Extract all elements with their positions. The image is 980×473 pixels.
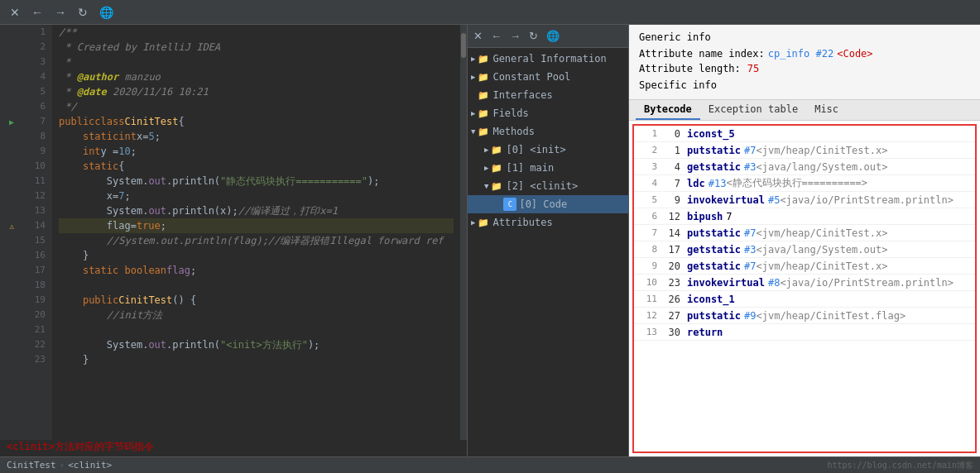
tree-item-general-info[interactable]: ▶ 📁 General Information (468, 50, 628, 68)
tree-globe-button[interactable]: 🌐 (544, 29, 562, 43)
bc-line-number: 3 (639, 161, 657, 172)
tree-label-clinit: [2] <clinit> (506, 180, 578, 192)
tree-item-methods[interactable]: ▼ 📁 Methods (468, 122, 628, 141)
forward-button[interactable]: → (51, 4, 70, 21)
breadcrumb-method: <clinit> (68, 460, 112, 471)
gutter-19 (0, 293, 23, 308)
refresh-button[interactable]: ↻ (74, 4, 91, 21)
scroll-indicator[interactable] (460, 25, 467, 440)
bc-instruction: putstatic (687, 310, 741, 322)
tree-item-main[interactable]: ▶ 📁 [1] main (468, 159, 628, 177)
bc-args[interactable]: #7 (744, 227, 756, 239)
folder-constant-icon: 📁 (477, 70, 490, 84)
bytecode-row: 1227putstatic#9 <jvm/heap/CinitTest.flag… (634, 308, 975, 324)
code-line-4: * @author manzuo (59, 69, 454, 84)
tab-bytecode[interactable]: Bytecode (636, 100, 700, 120)
bytecode-row: 1023invokevirtual#8 <java/io/PrintStream… (634, 275, 975, 291)
bc-offset: 20 (662, 260, 680, 272)
code-line-14: flag=true; (59, 218, 454, 233)
bc-offset: 4 (662, 161, 680, 173)
bc-args[interactable]: #9 (744, 310, 756, 322)
info-tabs: Bytecode Exception table Misc (629, 100, 980, 121)
chevron-general-icon: ▶ (471, 55, 475, 63)
bc-args[interactable]: #8 (768, 277, 780, 289)
bc-line-number: 7 (639, 227, 657, 238)
bytecode-row: 10iconst_5 (634, 126, 975, 142)
folder-fields-icon: 📁 (477, 107, 490, 120)
bytecode-row: 920getstatic#7 <jvm/heap/CinitTest.x> (634, 258, 975, 275)
status-bar: CinitTest › <clinit> https://blog.csdn.n… (0, 456, 980, 473)
tree-item-fields[interactable]: ▶ 📁 Fields (468, 104, 628, 122)
tree-back-button[interactable]: ← (488, 29, 504, 43)
bc-offset: 30 (662, 327, 680, 338)
bc-args[interactable]: #3 (744, 161, 756, 173)
bc-instruction: getstatic (687, 260, 741, 272)
gutter-6 (0, 99, 23, 114)
code-line-22: System.out.println("<init>方法执行"); (59, 337, 454, 352)
chevron-interfaces-icon (471, 91, 475, 99)
toolbar: ✕ ← → ↻ 🌐 (0, 0, 980, 25)
tree-forward-button[interactable]: → (507, 29, 523, 43)
url-hint: https://blog.csdn.net/main博客 (827, 460, 973, 471)
bc-instruction: invokevirtual (687, 194, 765, 206)
attr-name-row: Attribute name index: cp_info #22 <Code> (639, 48, 970, 60)
code-line-21 (59, 322, 454, 337)
gutter-17 (0, 263, 23, 278)
tree-label-constant-pool: Constant Pool (492, 71, 570, 83)
bc-args[interactable]: #13 (709, 178, 727, 189)
bc-comment: <jvm/heap/CinitTest.flag> (756, 310, 906, 322)
code-line-18 (59, 278, 454, 293)
bc-line-number: 4 (639, 178, 657, 189)
tree-label-init: [0] <init> (506, 144, 565, 155)
gutter-23 (0, 352, 23, 367)
bc-args[interactable]: #7 (744, 260, 756, 272)
tab-misc[interactable]: Misc (806, 100, 847, 120)
tree-item-attributes[interactable]: ▶ 📁 Attributes (468, 213, 628, 232)
bc-args[interactable]: #5 (768, 194, 780, 206)
tree-close-button[interactable]: ✕ (471, 29, 485, 43)
chevron-constant-icon: ▶ (471, 73, 475, 81)
bytecode-row: 59invokevirtual#5 <java/io/PrintStream.p… (634, 192, 975, 208)
bc-line-number: 9 (639, 260, 657, 271)
attr-name-link[interactable]: cp_info #22 (768, 48, 833, 60)
bc-args: 7 (726, 211, 732, 222)
back-button[interactable]: ← (28, 4, 46, 21)
tree-item-code[interactable]: C [0] Code (468, 195, 628, 213)
code-area: ▶ ⚠ 1 2 3 (0, 25, 467, 440)
tree-item-constant-pool[interactable]: ▶ 📁 Constant Pool (468, 68, 628, 86)
bytecode-row: 612bipush7 (634, 208, 975, 225)
gutter-1 (0, 25, 23, 40)
bc-line-number: 13 (639, 327, 657, 337)
tab-exception-table[interactable]: Exception table (700, 100, 806, 120)
breadcrumb-class: CinitTest (7, 460, 56, 471)
line-gutter: ▶ ⚠ (0, 25, 23, 440)
tree-label-fields: Fields (492, 108, 528, 119)
gutter-12 (0, 189, 23, 203)
tree-toolbar: ✕ ← → ↻ 🌐 (468, 25, 628, 48)
globe-button[interactable]: 🌐 (96, 4, 117, 21)
code-line-5: * @date 2020/11/16 10:21 (59, 84, 454, 99)
bc-args[interactable]: #3 (744, 244, 756, 256)
run-gutter-icon[interactable]: ▶ (0, 114, 23, 129)
bc-instruction: bipush (687, 211, 723, 222)
bc-offset: 17 (662, 244, 680, 256)
bytecode-row: 47ldc#13 <静态代码块执行==========> (634, 175, 975, 192)
bc-offset: 7 (662, 178, 680, 189)
tree-item-clinit[interactable]: ▼ 📁 [2] <clinit> (468, 177, 628, 195)
gutter-22 (0, 337, 23, 352)
bc-args[interactable]: #7 (744, 145, 756, 156)
right-panel: ✕ ← → ↻ 🌐 ▶ 📁 General Information ▶ 📁 Co… (468, 25, 980, 456)
bc-comment: <java/io/PrintStream.println> (780, 194, 954, 206)
gutter-11 (0, 174, 23, 189)
close-button[interactable]: ✕ (7, 4, 23, 21)
bc-line-number: 2 (639, 145, 657, 155)
tree-refresh-button[interactable]: ↻ (526, 29, 540, 43)
tree-item-interfaces[interactable]: 📁 Interfaces (468, 86, 628, 104)
folder-clinit-icon: 📁 (490, 179, 503, 193)
bc-offset: 9 (662, 194, 680, 206)
tree-item-init[interactable]: ▶ 📁 [0] <init> (468, 141, 628, 159)
bc-offset: 23 (662, 277, 680, 289)
generic-info-title: Generic info (639, 31, 970, 43)
folder-main-icon: 📁 (490, 161, 503, 174)
bc-offset: 0 (662, 128, 680, 140)
